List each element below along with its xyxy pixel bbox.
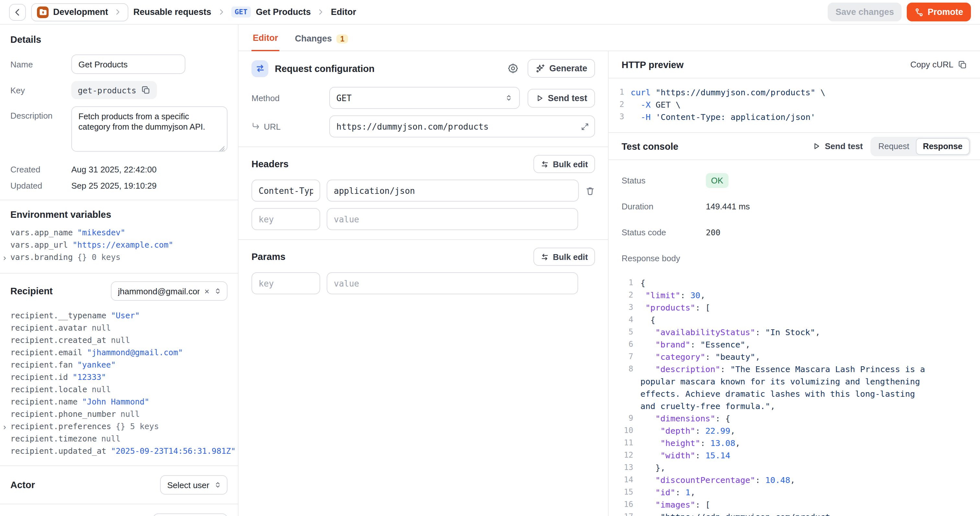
method-badge: GET xyxy=(231,6,251,18)
kv-value: null xyxy=(111,334,130,347)
test-console-title: Test console xyxy=(622,141,678,151)
key-value-row: › recipient.locale null xyxy=(10,384,228,396)
recipient-select[interactable]: jhammond@gmail.com × xyxy=(111,281,228,301)
chevron-right-icon xyxy=(114,8,121,16)
recipient-selected-value: jhammond@gmail.com xyxy=(118,286,200,296)
kv-key: recipient.phone_number xyxy=(10,408,116,421)
headers-bulk-edit-button[interactable]: Bulk edit xyxy=(533,155,595,173)
clear-icon[interactable]: × xyxy=(205,286,209,296)
project-switcher[interactable]: Development xyxy=(31,3,128,21)
kv-value: {} 5 keys xyxy=(116,421,159,433)
tab-editor[interactable]: Editor xyxy=(251,33,279,51)
save-changes-button[interactable]: Save changes xyxy=(828,3,902,21)
copy-icon xyxy=(958,60,967,69)
method-select[interactable]: GET xyxy=(329,87,520,109)
kv-value: null xyxy=(121,408,140,421)
bulk-edit-icon xyxy=(541,160,549,168)
tenant-select[interactable]: Select tenant xyxy=(153,513,228,516)
key-value-row: › recipient.preferences {} 5 keys xyxy=(10,421,228,433)
line-number: 10 xyxy=(622,425,633,437)
param-key-input[interactable] xyxy=(251,272,320,294)
toggle-response[interactable]: Response xyxy=(916,138,970,154)
copy-curl-button[interactable]: Copy cURL xyxy=(910,60,967,69)
expand-caret-icon[interactable]: › xyxy=(3,252,6,264)
code-line: 7 "category": "beauty", xyxy=(622,351,931,363)
header-key-input-empty[interactable] xyxy=(251,208,320,230)
description-label: Description xyxy=(10,106,71,121)
line-number: 17 xyxy=(622,511,633,516)
url-input[interactable] xyxy=(329,115,595,137)
key-value-row: › recipient.__typename "User" xyxy=(10,310,228,322)
resize-handle-icon[interactable] xyxy=(218,145,226,152)
kv-key: recipient.__typename xyxy=(10,310,106,322)
code-line: 1curl "https://dummyjson.com/products" \ xyxy=(616,86,970,99)
console-result-rows: Status OK Duration 149.441 ms Status cod… xyxy=(609,160,980,266)
send-test-button[interactable]: Send test xyxy=(528,89,595,107)
chevron-left-icon xyxy=(13,8,22,16)
trash-icon[interactable] xyxy=(585,186,595,196)
gear-icon[interactable] xyxy=(508,63,519,74)
breadcrumb-reusable-requests[interactable]: Reusable requests xyxy=(134,7,211,17)
response-body-code[interactable]: 1{2 "limit": 30,3 "products": [4 {5 "ava… xyxy=(609,268,980,516)
request-key-value: get-products xyxy=(78,85,137,95)
actor-select[interactable]: Select user xyxy=(160,475,228,495)
kv-key: vars.branding xyxy=(10,252,73,264)
code-line: 5 "availabilityStatus": "In Stock", xyxy=(622,326,931,338)
header-value-input[interactable] xyxy=(327,180,579,202)
description-textarea[interactable]: Fetch products from a specific category … xyxy=(71,106,228,152)
expand-icon[interactable] xyxy=(581,122,589,131)
line-number: 4 xyxy=(622,314,633,326)
name-input[interactable] xyxy=(71,54,185,74)
chevron-updown-icon xyxy=(505,94,513,102)
header-value-input-empty[interactable] xyxy=(327,208,578,230)
console-send-test-button[interactable]: Send test xyxy=(812,141,863,151)
preview-panel: HTTP preview Copy cURL 1curl "https://du… xyxy=(609,51,980,516)
kv-key: recipient.locale xyxy=(10,384,87,396)
key-value-row: › vars.branding {} 0 keys xyxy=(10,252,228,264)
divider xyxy=(0,504,238,504)
header-key-input[interactable] xyxy=(251,180,320,202)
tab-changes[interactable]: Changes 1 xyxy=(294,34,350,51)
expand-caret-icon[interactable]: › xyxy=(3,421,6,433)
actor-title: Actor xyxy=(10,480,35,490)
line-number: 9 xyxy=(622,412,633,425)
details-title: Details xyxy=(10,34,228,45)
line-number: 16 xyxy=(622,498,633,511)
code-line: 6 "brand": "Essence", xyxy=(622,338,931,351)
code-line: 3 "products": [ xyxy=(622,301,931,314)
line-number: 1 xyxy=(616,86,624,99)
recipient-title: Recipient xyxy=(10,286,53,296)
curl-preview-code: 1curl "https://dummyjson.com/products" \… xyxy=(609,78,980,133)
line-number: 15 xyxy=(622,486,633,498)
code-line: 13 }, xyxy=(622,462,931,474)
key-value-row: › vars.app_name "mikesdev" xyxy=(10,227,228,239)
url-label: URL xyxy=(251,121,321,131)
actor-select-label: Select user xyxy=(167,480,209,490)
project-name: Development xyxy=(53,7,108,17)
kv-key: recipient.updated_at xyxy=(10,445,106,458)
promote-button[interactable]: Promote xyxy=(907,3,971,21)
param-value-input[interactable] xyxy=(327,272,578,294)
headers-title: Headers xyxy=(251,159,288,169)
status-code-value: 200 xyxy=(706,227,721,237)
key-value-row: › recipient.fan "yankee" xyxy=(10,359,228,371)
back-button[interactable] xyxy=(9,3,26,21)
breadcrumb-request-name[interactable]: Get Products xyxy=(256,7,311,17)
key-value-row: › recipient.created_at null xyxy=(10,334,228,347)
kv-value: "2025-09-23T14:56:31.981Z" xyxy=(111,445,235,458)
kv-key: recipient.email xyxy=(10,347,82,359)
status-label: Status xyxy=(622,175,706,185)
generate-button[interactable]: Generate xyxy=(528,59,595,78)
code-line: 4 { xyxy=(622,314,931,326)
line-number: 1 xyxy=(622,277,633,289)
kv-key: recipient.preferences xyxy=(10,421,111,433)
status-code-label: Status code xyxy=(622,227,706,237)
chevron-updown-icon xyxy=(214,287,222,295)
updated-value: Sep 25 2025, 19:10:29 xyxy=(71,181,156,191)
editor-tabbar: Editor Changes 1 xyxy=(239,25,980,51)
key-value-row: › recipient.name "John Hammond" xyxy=(10,396,228,408)
copy-icon[interactable] xyxy=(142,86,151,95)
params-bulk-edit-button[interactable]: Bulk edit xyxy=(533,248,595,266)
http-preview-title: HTTP preview xyxy=(622,59,684,70)
toggle-request[interactable]: Request xyxy=(872,138,915,154)
